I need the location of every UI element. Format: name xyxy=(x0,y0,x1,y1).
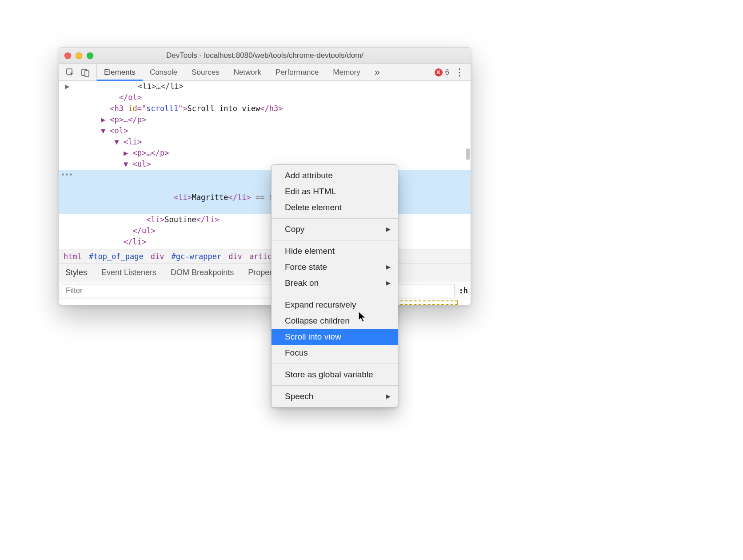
ctx-separator xyxy=(272,385,398,386)
toolbar-right: ✕ 6 ⋮ xyxy=(428,68,471,77)
ctx-separator xyxy=(272,294,398,294)
ctx-copy[interactable]: Copy xyxy=(272,221,398,237)
subtab-properties[interactable]: Proper xyxy=(248,268,272,277)
crumb-top-of-page[interactable]: #top_of_page xyxy=(89,252,144,261)
ctx-add-attribute[interactable]: Add attribute xyxy=(272,168,398,184)
dom-line[interactable]: ▶ <li>…</li> xyxy=(59,81,471,92)
main-tabs: Elements Console Sources Network Perform… xyxy=(97,64,387,80)
dom-line[interactable]: </ol> xyxy=(59,92,471,103)
tab-console[interactable]: Console xyxy=(143,64,184,80)
subtab-event-listeners[interactable]: Event Listeners xyxy=(101,268,156,277)
crumb-html[interactable]: html xyxy=(64,252,82,261)
error-badge-icon[interactable]: ✕ xyxy=(435,68,443,76)
devtools-window: DevTools - localhost:8080/web/tools/chro… xyxy=(59,47,471,305)
ctx-expand-recursively[interactable]: Expand recursively xyxy=(272,297,398,313)
dashed-marker xyxy=(391,300,458,305)
crumb-div-2[interactable]: div xyxy=(228,252,242,261)
dom-line[interactable]: <h3 id="scroll1">Scroll into view</h3> xyxy=(59,103,471,114)
scrollbar-thumb[interactable] xyxy=(466,148,470,160)
minimize-window-icon[interactable] xyxy=(76,52,82,59)
inspect-element-icon[interactable] xyxy=(65,68,75,77)
crumb-div[interactable]: div xyxy=(151,252,164,261)
ctx-hide-element[interactable]: Hide element xyxy=(272,243,398,259)
ctx-delete-element[interactable]: Delete element xyxy=(272,200,398,216)
tab-network[interactable]: Network xyxy=(227,64,268,80)
svg-rect-2 xyxy=(85,71,89,76)
ctx-store-global-variable[interactable]: Store as global variable xyxy=(272,367,398,383)
titlebar: DevTools - localhost:8080/web/tools/chro… xyxy=(59,48,471,64)
mouse-cursor-icon xyxy=(358,311,367,325)
dom-line[interactable]: <li>Soutine</li> xyxy=(59,214,471,225)
ctx-scroll-into-view[interactable]: Scroll into view xyxy=(272,329,398,345)
dom-tree-panel[interactable]: ▶ <li>…</li> </ol> <h3 id="scroll1">Scro… xyxy=(59,81,471,249)
tab-performance[interactable]: Performance xyxy=(268,64,326,80)
styles-filter-row: :h xyxy=(59,281,471,300)
ctx-collapse-children[interactable]: Collapse children xyxy=(272,313,398,329)
ctx-speech[interactable]: Speech xyxy=(272,388,398,404)
crumb-gc-wrapper[interactable]: #gc-wrapper xyxy=(172,252,222,261)
subtab-dom-breakpoints[interactable]: DOM Breakpoints xyxy=(171,268,234,277)
ctx-edit-as-html[interactable]: Edit as HTML xyxy=(272,184,398,200)
window-title: DevTools - localhost:8080/web/tools/chro… xyxy=(59,51,471,60)
tab-sources[interactable]: Sources xyxy=(184,64,226,80)
dom-line[interactable]: ▶ <li>…</li> xyxy=(59,248,471,249)
ctx-separator xyxy=(272,240,398,240)
dom-line[interactable]: ▼ <ul> xyxy=(59,159,471,170)
dom-line[interactable]: ▼ <li> xyxy=(59,136,471,148)
zoom-window-icon[interactable] xyxy=(87,52,93,59)
device-mode-icon[interactable] xyxy=(80,68,90,77)
toolbar-left-icons xyxy=(59,64,97,80)
subtab-styles[interactable]: Styles xyxy=(65,268,87,277)
devtools-toolbar: Elements Console Sources Network Perform… xyxy=(59,64,471,81)
dom-line[interactable]: </ul> xyxy=(59,225,471,236)
styles-tabs: Styles Event Listeners DOM Breakpoints P… xyxy=(59,264,471,281)
tabs-overflow[interactable]: » xyxy=(368,64,387,80)
tab-memory[interactable]: Memory xyxy=(326,64,367,80)
ctx-focus[interactable]: Focus xyxy=(272,345,398,361)
dom-line[interactable]: ▶ <p>…</p> xyxy=(59,148,471,159)
tab-elements[interactable]: Elements xyxy=(97,64,143,80)
breadcrumb[interactable]: html #top_of_page div #gc-wrapper div ar… xyxy=(59,249,471,264)
dom-line-selected[interactable]: ••• <li>Magritte</li> == $0 xyxy=(59,170,471,214)
ctx-separator xyxy=(272,218,398,219)
traffic-lights xyxy=(64,52,93,59)
dom-line[interactable]: ▼ <ol> xyxy=(59,125,471,136)
ctx-separator xyxy=(272,364,398,364)
error-count[interactable]: 6 xyxy=(445,68,449,77)
dom-line[interactable]: </li> xyxy=(59,236,471,248)
dom-line[interactable]: ▶ <p>…</p> xyxy=(59,114,471,125)
ctx-break-on[interactable]: Break on xyxy=(272,275,398,291)
close-window-icon[interactable] xyxy=(64,52,71,59)
context-menu: Add attribute Edit as HTML Delete elemen… xyxy=(271,164,398,408)
hov-toggle[interactable]: :h xyxy=(459,286,468,295)
ctx-force-state[interactable]: Force state xyxy=(272,259,398,275)
selected-marker-icon: ••• xyxy=(61,170,73,181)
